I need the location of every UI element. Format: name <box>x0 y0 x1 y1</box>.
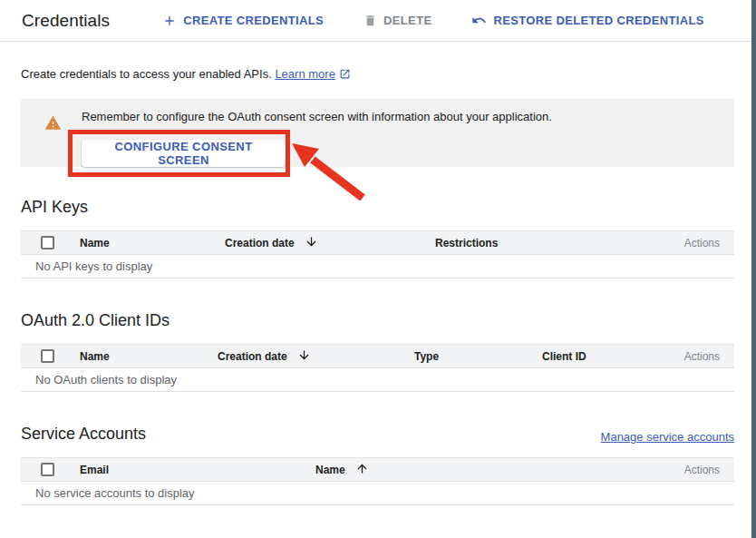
service-accounts-header-row: Email Name Actions <box>21 457 734 482</box>
service-accounts-col-actions: Actions <box>625 464 734 476</box>
oauth-col-creation-date-label: Creation date <box>218 350 287 363</box>
api-keys-col-creation-date-label: Creation date <box>225 237 295 249</box>
scrollbar[interactable] <box>751 0 756 538</box>
banner-message: Remember to configure the OAuth consent … <box>82 110 552 123</box>
page-title: Credentials <box>22 11 110 31</box>
service-accounts-col-name[interactable]: Name <box>315 462 625 478</box>
sort-descending-icon <box>305 235 318 251</box>
api-keys-empty-row: No API keys to display <box>21 255 734 279</box>
api-keys-empty-text: No API keys to display <box>21 259 152 273</box>
api-keys-col-name[interactable]: Name <box>80 237 225 249</box>
intro-sentence: Create credentials to access your enable… <box>21 67 272 81</box>
credentials-page: Credentials CREATE CREDENTIALS DELETE RE… <box>0 0 756 538</box>
oauth-col-actions: Actions <box>625 350 734 363</box>
oauth-clients-empty-row: No OAuth clients to display <box>21 368 734 392</box>
restore-label: RESTORE DELETED CREDENTIALS <box>493 14 703 27</box>
main-content: Create credentials to access your enable… <box>0 42 751 505</box>
oauth-clients-heading: OAuth 2.0 Client IDs <box>21 311 734 330</box>
delete-button[interactable]: DELETE <box>362 10 433 31</box>
open-in-new-icon <box>339 69 351 83</box>
create-credentials-button[interactable]: CREATE CREDENTIALS <box>160 10 325 32</box>
plus-icon <box>162 14 177 28</box>
sort-ascending-icon <box>355 462 369 478</box>
intro-text: Create credentials to access your enable… <box>21 42 734 83</box>
api-keys-section: API Keys Name Creation date Restrictions… <box>21 198 734 279</box>
service-accounts-col-email[interactable]: Email <box>80 464 315 476</box>
service-accounts-empty-text: No service accounts to display <box>21 486 195 500</box>
api-keys-col-restrictions[interactable]: Restrictions <box>435 237 625 249</box>
oauth-consent-warning-banner: Remember to configure the OAuth consent … <box>21 99 734 167</box>
learn-more-label: Learn more <box>275 67 334 81</box>
oauth-col-type[interactable]: Type <box>414 350 542 363</box>
api-keys-col-actions: Actions <box>625 237 734 249</box>
oauth-col-client-id[interactable]: Client ID <box>542 350 625 363</box>
service-accounts-select-all-checkbox[interactable] <box>41 463 54 476</box>
page-header: Credentials CREATE CREDENTIALS DELETE RE… <box>0 0 756 42</box>
sort-descending-icon <box>297 348 311 365</box>
oauth-clients-select-all-checkbox[interactable] <box>41 349 54 363</box>
service-accounts-heading: Service Accounts <box>21 425 146 444</box>
configure-consent-screen-button[interactable]: CONFIGURE CONSENT SCREEN <box>82 140 286 167</box>
api-keys-header-row: Name Creation date Restrictions Actions <box>21 230 734 255</box>
delete-label: DELETE <box>383 14 431 27</box>
oauth-clients-table: Name Creation date Type Client ID Action… <box>21 344 734 392</box>
service-accounts-table: Email Name Actions No service accounts t… <box>21 457 734 505</box>
api-keys-col-creation-date[interactable]: Creation date <box>225 235 435 251</box>
service-accounts-col-name-label: Name <box>315 464 345 476</box>
annotation-red-box: CONFIGURE CONSENT SCREEN <box>68 130 290 177</box>
service-accounts-section: Service Accounts Manage service accounts… <box>21 425 734 505</box>
oauth-col-name[interactable]: Name <box>80 350 218 363</box>
oauth-clients-empty-text: No OAuth clients to display <box>21 373 177 386</box>
toolbar: CREATE CREDENTIALS DELETE RESTORE DELETE… <box>160 9 706 32</box>
learn-more-link[interactable]: Learn more <box>275 67 350 81</box>
api-keys-table: Name Creation date Restrictions Actions … <box>21 230 734 279</box>
api-keys-heading: API Keys <box>21 198 734 217</box>
oauth-clients-header-row: Name Creation date Type Client ID Action… <box>21 344 734 368</box>
undo-icon <box>471 13 487 28</box>
oauth-col-creation-date[interactable]: Creation date <box>218 348 414 365</box>
warning-triangle-icon <box>44 114 62 135</box>
service-accounts-empty-row: No service accounts to display <box>21 482 734 505</box>
create-credentials-label: CREATE CREDENTIALS <box>183 14 324 27</box>
restore-deleted-credentials-button[interactable]: RESTORE DELETED CREDENTIALS <box>470 9 705 32</box>
api-keys-select-all-checkbox[interactable] <box>41 236 54 249</box>
manage-service-accounts-link[interactable]: Manage service accounts <box>601 430 734 444</box>
trash-icon <box>363 14 377 27</box>
oauth-clients-section: OAuth 2.0 Client IDs Name Creation date … <box>21 311 734 392</box>
